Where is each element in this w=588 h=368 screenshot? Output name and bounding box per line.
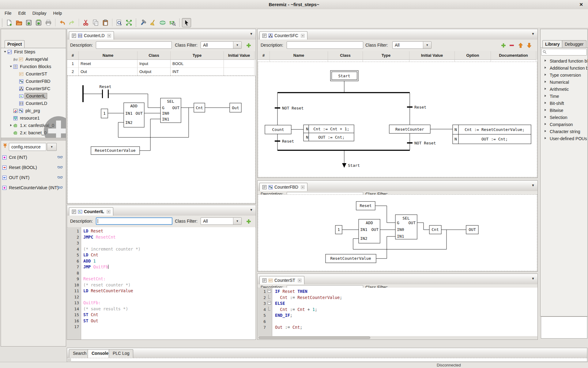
tab-counterfbd[interactable]: CounterFBD [259, 183, 307, 191]
ld-resetcountervalue-variable[interactable]: ResetCounterValue [91, 147, 140, 155]
counterld-variables-table[interactable]: #NameClassTypeInitial Value1ResetInputBO… [67, 51, 256, 76]
cut-button[interactable] [81, 18, 90, 27]
debug-variable-reset[interactable]: Reset (BOOL) [2, 164, 65, 171]
tree-item-function-blocks[interactable]: Function Blocks [1, 63, 66, 70]
close-tab-icon[interactable] [107, 34, 111, 38]
code-line[interactable]: LD ResetCounterValue [83, 288, 141, 294]
library-search-input[interactable] [541, 49, 587, 56]
panel-menu-icon[interactable]: ▼ [250, 208, 253, 212]
debug-target-combo[interactable]: config.resource [9, 143, 46, 151]
code-line[interactable]: IF Reset THEN [275, 289, 342, 295]
code-line[interactable]: ST Cnt [83, 312, 141, 318]
class-filter-combo[interactable]: All▼ [392, 41, 432, 49]
menu-display[interactable]: Display [29, 10, 50, 17]
library-item-comparison[interactable]: Comparison [541, 121, 587, 128]
sfc-initial-step-start[interactable]: Start [330, 71, 358, 81]
tab-counteril[interactable]: IL CounterIL [69, 207, 113, 216]
delete-variable-button[interactable] [508, 41, 516, 49]
sfc-transition-not-reset[interactable]: NOT Reset [275, 106, 303, 110]
code-line[interactable]: (* increment counter *) [83, 246, 141, 252]
code-line[interactable]: ELSE [275, 301, 342, 307]
fbd-const-1[interactable]: 1 [335, 225, 342, 234]
expander-right-icon[interactable] [543, 80, 547, 84]
library-item-selection[interactable]: Selection [541, 114, 587, 121]
expander-right-icon[interactable] [543, 87, 547, 91]
tree-item-averageval[interactable]: f(x)STAverageVal [1, 56, 66, 63]
ld-out-variable[interactable]: Out [230, 103, 241, 112]
graph-icon[interactable] [57, 165, 63, 170]
expander-down-icon[interactable] [3, 50, 7, 54]
library-item-user-defined-pous[interactable]: User-defined POUs [541, 135, 587, 142]
new-file-button[interactable] [5, 18, 14, 27]
code-line[interactable]: (* save results *) [83, 306, 141, 312]
fbd-out-variable[interactable]: OUT [466, 225, 478, 234]
tab-debugger[interactable]: Debugger [562, 40, 586, 48]
ld-sel-block[interactable]: SEL G OUT IN0 IN1 [160, 98, 181, 123]
panel-menu-icon[interactable]: ▼ [531, 183, 535, 187]
library-item-type-conversion[interactable]: Type conversion [541, 71, 587, 79]
panel-menu-icon[interactable]: ▼ [531, 32, 535, 36]
expander-right-icon[interactable] [543, 115, 547, 119]
transfer-button[interactable]: ST [168, 18, 177, 27]
move-variable-up-button[interactable] [517, 41, 525, 49]
tab-plclog[interactable]: PLC Log [109, 349, 133, 358]
close-tab-icon[interactable] [107, 210, 111, 214]
graph-icon[interactable] [57, 155, 63, 160]
move-variable-down-button[interactable] [525, 41, 533, 49]
library-item-additional-function-blocks[interactable]: Additional function blocks [541, 64, 587, 71]
library-item-time[interactable]: Time [541, 93, 587, 100]
connect-button[interactable] [158, 18, 167, 27]
tree-item-counterld[interactable]: CounterLD [1, 100, 66, 107]
counterld-canvas[interactable]: Reset 1 ADD IN1 OUT IN2 SEL G [67, 76, 255, 203]
tab-project[interactable]: Project [5, 40, 24, 48]
library-item-bitwise[interactable]: Bitwise [541, 107, 587, 114]
countersfc-canvas[interactable]: Start NOT Reset Reset Count [258, 62, 537, 177]
tree-item-counterfbd[interactable]: CounterFBD [1, 78, 66, 85]
tab-counterld[interactable]: CounterLD [69, 31, 114, 40]
close-tab-icon[interactable] [298, 278, 302, 282]
sfc-jump-start[interactable]: Start [342, 163, 360, 168]
add-variable-button[interactable] [499, 41, 507, 49]
select-cursor-button[interactable] [182, 18, 191, 27]
code-line[interactable]: ST Out [83, 318, 141, 324]
fbd-sel-block[interactable]: SEL G OUT IN0 IN1 [395, 215, 417, 239]
copy-button[interactable] [91, 18, 100, 27]
close-tab-icon[interactable] [301, 34, 305, 38]
fit-page-button[interactable] [124, 18, 134, 27]
tree-item-counteril[interactable]: ILCounterIL [1, 92, 66, 100]
expander-right-icon[interactable] [543, 129, 547, 133]
ld-cnt-variable[interactable]: Cnt [194, 103, 205, 112]
expander-right-icon[interactable] [543, 108, 547, 112]
fold-marker-icon[interactable] [268, 289, 271, 293]
expander-right-icon[interactable] [9, 124, 13, 128]
sfc-action-block-count[interactable]: N Cnt := Cnt + 1; N OUT := Cnt; [303, 125, 354, 141]
sfc-step-resetcounter[interactable]: ResetCounter [389, 125, 430, 133]
debug-target-combo-button[interactable]: ▼ [47, 143, 57, 151]
panel-menu-icon[interactable]: ▼ [531, 277, 535, 280]
code-line[interactable] [83, 324, 141, 330]
tab-search[interactable]: Search [69, 349, 90, 358]
code-line[interactable]: END_IF; [275, 312, 342, 319]
description-input-focused[interactable] [96, 217, 172, 225]
paste-button[interactable] [101, 18, 110, 27]
class-filter-combo[interactable]: All▼ [201, 217, 242, 225]
fold-marker-icon[interactable] [268, 301, 271, 305]
menu-edit[interactable]: Edit [15, 10, 29, 17]
code-line[interactable]: ResetCnt: [83, 276, 141, 282]
debug-variable-out[interactable]: OUT (INT) [2, 174, 65, 181]
console-output[interactable] [67, 358, 587, 362]
graph-icon[interactable] [57, 175, 63, 180]
horizontal-scrollbar[interactable] [258, 336, 537, 339]
code-line[interactable]: Out := Cnt; [275, 324, 342, 331]
tree-item-countersfc[interactable]: CounterSFC [1, 85, 66, 92]
debug-variable-resetcountervalue[interactable]: ResetCounterValue (INT) [2, 184, 65, 191]
code-line[interactable]: (* reset counter *) [83, 282, 141, 288]
library-item-arithmetic[interactable]: Arithmetic [541, 86, 587, 93]
code-line[interactable] [83, 294, 141, 300]
find-button[interactable] [115, 18, 124, 27]
menu-file[interactable]: File [1, 10, 15, 17]
move-up-icon[interactable] [2, 143, 8, 149]
fbd-add-block[interactable]: ADD IN1 OUT IN2 [359, 219, 380, 243]
sfc-action-block-resetcounter[interactable]: N Cnt := ResetCounterValue; N OUT := Cnt… [453, 125, 531, 144]
title-bar[interactable]: Beremiz - ~first_steps~ ✕ [0, 0, 588, 10]
